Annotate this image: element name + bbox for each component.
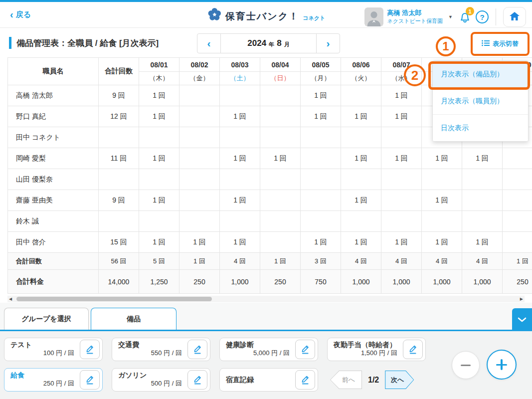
- view-toggle-button[interactable]: 表示切替: [474, 35, 526, 52]
- item-card[interactable]: 宿直記録: [219, 368, 318, 392]
- item-name: 交通費: [118, 341, 139, 350]
- staff-name-cell: 野口 真紀: [8, 106, 99, 127]
- count-cell: 1 回: [341, 106, 381, 127]
- count-cell: 1 回: [381, 232, 422, 253]
- summary-fees-row: 合計料金14,0001,2502501,0002507501,0001,0001…: [8, 270, 532, 294]
- notification-bell-icon[interactable]: 1: [458, 10, 472, 24]
- count-cell: 1 回: [220, 148, 260, 169]
- item-card[interactable]: テスト100 円 / 回: [4, 338, 103, 361]
- menu-item-monthly-by-staff[interactable]: 月次表示（職員別）: [433, 88, 528, 115]
- table-row: 田中 啓介15 回1 回1 回1 回1 回1 回1 回1 回1 回: [8, 232, 532, 253]
- brand-title: 保育士バンク！: [225, 9, 299, 24]
- item-price: 250 円 / 回: [43, 379, 74, 388]
- plus-icon: [496, 359, 507, 370]
- page-title: 備品管理表：全職員 / 給食 [月次表示]: [16, 37, 159, 49]
- edit-button[interactable]: [187, 370, 207, 390]
- summary-cell: 4 回: [381, 253, 422, 270]
- summary-total-cell: 14,000: [99, 270, 139, 294]
- column-header-weekday: （水）: [381, 72, 422, 85]
- count-cell: [301, 148, 341, 169]
- item-name: 健康診断: [226, 341, 254, 350]
- count-cell: [503, 190, 532, 211]
- count-cell: [503, 169, 532, 190]
- count-cell: 1 回: [220, 106, 260, 127]
- header-divider: [496, 8, 496, 25]
- edit-button[interactable]: [295, 340, 315, 359]
- user-avatar[interactable]: [364, 7, 383, 26]
- summary-cell: 1 回: [503, 253, 532, 270]
- staff-name-cell: 岡崎 愛梨: [8, 148, 99, 169]
- summary-cell: 5 回: [139, 253, 179, 270]
- back-button[interactable]: ‹ 戻る: [10, 9, 31, 20]
- previous-month-button[interactable]: ‹: [197, 34, 221, 53]
- menu-item-daily[interactable]: 日次表示: [433, 115, 528, 141]
- summary-cell: 1,000: [341, 270, 381, 294]
- count-cell: [179, 85, 220, 106]
- edit-pencil-icon: [85, 344, 95, 356]
- column-header-total-count: 合計回数: [99, 58, 139, 85]
- horizontal-scrollbar[interactable]: ◀ ▶: [7, 296, 525, 302]
- summary-cell: 1,000: [422, 270, 462, 294]
- item-card[interactable]: 夜勤手当（時給者）1,500 円 / 回: [327, 338, 426, 361]
- count-cell: [179, 148, 220, 169]
- user-organization: ネクストビート保育園: [387, 17, 443, 25]
- next-page-button[interactable]: 次へ: [385, 371, 414, 389]
- item-card[interactable]: ガソリン500 円 / 回: [112, 368, 210, 392]
- count-cell: [381, 169, 422, 190]
- collapse-panel-button[interactable]: [512, 308, 532, 331]
- view-toggle-label: 表示切替: [493, 39, 519, 48]
- column-header-date: 08/05: [301, 58, 341, 72]
- edit-button[interactable]: [80, 340, 100, 359]
- item-card[interactable]: 給食250 円 / 回: [4, 368, 103, 392]
- count-cell: 1 回: [220, 190, 260, 211]
- count-cell: [341, 85, 381, 106]
- edit-button[interactable]: [403, 340, 423, 359]
- count-cell: [381, 211, 422, 232]
- count-cell: 1 回: [301, 106, 341, 127]
- edit-button[interactable]: [80, 370, 100, 390]
- tab-select-group[interactable]: グループを選択: [4, 308, 89, 330]
- count-cell: [220, 211, 260, 232]
- home-button[interactable]: [503, 7, 526, 27]
- user-menu[interactable]: 高橋 浩太郎 ネクストビート保育園: [387, 8, 443, 25]
- summary-cell: 250: [260, 270, 301, 294]
- zoom-in-button[interactable]: [487, 350, 517, 380]
- count-cell: [220, 127, 260, 148]
- count-cell: [260, 211, 301, 232]
- scroll-left-icon[interactable]: ◀: [9, 297, 12, 301]
- previous-page-button[interactable]: 前へ: [330, 371, 362, 389]
- count-cell: [503, 232, 532, 253]
- tab-equipment[interactable]: 備品: [91, 308, 177, 330]
- count-cell: 1 回: [301, 85, 341, 106]
- count-cell: [462, 190, 503, 211]
- edit-button[interactable]: [295, 370, 315, 390]
- equipment-panel: テスト100 円 / 回交通費550 円 / 回健康診断5,000 円 / 回夜…: [0, 331, 532, 399]
- chevron-down-icon[interactable]: ▼: [448, 14, 453, 19]
- summary-label-cell: 合計料金: [8, 270, 99, 294]
- scroll-right-icon[interactable]: ▶: [520, 297, 523, 301]
- item-name: 宿直記録: [226, 376, 254, 385]
- zoom-out-button[interactable]: [452, 351, 480, 379]
- view-toggle-dropdown: 月次表示（備品別）月次表示（職員別）日次表示: [432, 60, 529, 142]
- count-cell: [179, 127, 220, 148]
- table-row: 山田 優梨奈: [8, 169, 532, 190]
- count-cell: [503, 211, 532, 232]
- help-icon[interactable]: ?: [476, 10, 489, 23]
- edit-pencil-icon: [192, 344, 202, 356]
- column-header-date: 08/07: [381, 58, 422, 72]
- scrollbar-thumb[interactable]: [16, 297, 212, 301]
- count-cell: [260, 190, 301, 211]
- count-cell: 1 回: [139, 190, 179, 211]
- item-card[interactable]: 交通費550 円 / 回: [112, 338, 210, 361]
- year-value: 2024: [247, 38, 266, 48]
- edit-button[interactable]: [187, 340, 207, 359]
- menu-item-monthly-by-equipment[interactable]: 月次表示（備品別）: [433, 61, 528, 88]
- count-cell: [139, 127, 179, 148]
- next-month-button[interactable]: ›: [316, 34, 340, 53]
- count-cell: 1 回: [341, 232, 381, 253]
- item-card[interactable]: 健康診断5,000 円 / 回: [219, 338, 318, 361]
- column-header-date: 08/01: [139, 58, 179, 72]
- item-name: テスト: [10, 341, 32, 350]
- column-header-date: 08/06: [341, 58, 381, 72]
- count-cell: [179, 169, 220, 190]
